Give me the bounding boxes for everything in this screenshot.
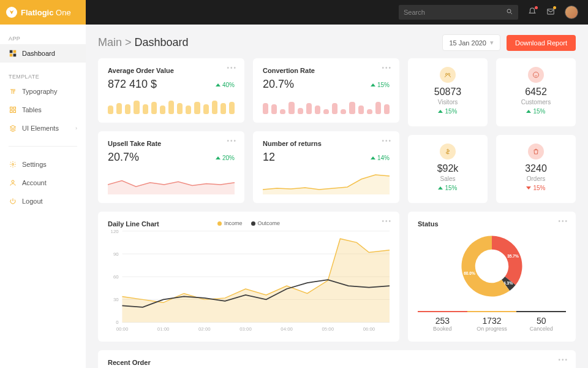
sidebar-item-label: UI Elements — [22, 125, 59, 132]
kpi-delta: 15% — [526, 185, 545, 191]
topbar: Flatlogic One — [0, 0, 588, 25]
sidebar-item-label: Typography — [22, 88, 57, 95]
svg-text:02:00: 02:00 — [198, 326, 211, 332]
svg-text:60: 60 — [113, 274, 119, 280]
sidebar-item-settings[interactable]: Settings — [0, 155, 86, 174]
status-col-booked: 253Booked — [418, 307, 467, 332]
recent-order-card: ••• Recent Order Invoices Customers Date… — [98, 350, 576, 368]
sidebar-item-label: Account — [22, 179, 47, 186]
metric-delta: 40% — [216, 82, 235, 88]
bag-icon — [528, 144, 544, 159]
svg-rect-5 — [10, 54, 13, 57]
svg-rect-10 — [13, 110, 16, 113]
mail-icon[interactable] — [546, 7, 555, 18]
svg-text:30: 30 — [113, 297, 119, 302]
sidebar-group-template: TEMPLATE — [0, 71, 86, 82]
kpi-sales: $92k Sales 15% — [408, 135, 488, 203]
kpi-label: Sales — [418, 175, 478, 182]
status-col-progress: 1732On progress — [467, 307, 517, 332]
metric-card-avg-order: ••• Average Order Value 872 410 $ 40% — [98, 58, 244, 123]
sidebar-item-typography[interactable]: Typography — [0, 82, 86, 101]
date-selector[interactable]: 15 Jan 2020 ▾ — [442, 34, 500, 51]
status-title: Status — [418, 220, 566, 228]
svg-rect-3 — [10, 50, 13, 53]
kpi-value: 50873 — [418, 86, 478, 98]
svg-text:35.7%: 35.7% — [507, 254, 519, 258]
sparkline — [263, 170, 390, 194]
visitors-icon — [440, 67, 456, 83]
kpi-label: Visitors — [418, 99, 478, 105]
sidebar-item-uielements[interactable]: UI Elements › — [0, 119, 86, 137]
search-box[interactable] — [399, 5, 518, 20]
sparkline — [108, 170, 235, 194]
svg-text:90: 90 — [113, 251, 119, 257]
metric-delta: 15% — [371, 82, 390, 88]
more-icon[interactable]: ••• — [227, 64, 237, 71]
sidebar-item-label: Dashboard — [22, 50, 55, 57]
status-card: ••• Status 35.7%4.3%60.0% 253Booked 1732… — [408, 212, 576, 342]
kpi-value: 6452 — [506, 86, 566, 98]
svg-text:01:00: 01:00 — [157, 326, 170, 332]
sidebar-item-logout[interactable]: Logout — [0, 192, 86, 210]
sidebar-item-label: Tables — [22, 106, 42, 113]
metric-card-returns: ••• Number of returns 12 14% — [253, 131, 399, 203]
search-icon[interactable] — [506, 8, 513, 17]
kpi-label: Orders — [506, 175, 566, 182]
metric-title: Average Order Value — [108, 67, 235, 74]
more-icon[interactable]: ••• — [227, 137, 237, 144]
dashboard-icon — [9, 49, 17, 58]
power-icon — [9, 197, 17, 205]
avatar[interactable] — [565, 6, 578, 19]
svg-text:04:00: 04:00 — [281, 326, 293, 332]
svg-point-14 — [448, 74, 450, 75]
svg-text:03:00: 03:00 — [239, 326, 252, 332]
metric-title: Convertion Rate — [263, 67, 390, 74]
sidebar-item-tables[interactable]: Tables — [0, 101, 86, 119]
svg-text:05:00: 05:00 — [322, 326, 334, 332]
svg-point-13 — [446, 74, 448, 75]
svg-point-15 — [533, 72, 539, 78]
brand-logo-icon — [6, 7, 17, 18]
bell-icon[interactable] — [528, 7, 537, 18]
kpi-label: Customers — [506, 99, 566, 105]
sidebar-item-label: Settings — [22, 161, 47, 168]
kpi-customers: 6452 Customers 15% — [496, 58, 576, 126]
svg-text:06:00: 06:00 — [363, 326, 375, 332]
svg-point-12 — [12, 180, 14, 183]
kpi-orders: 3240 Orders 15% — [496, 135, 576, 203]
daily-line-chart: 030609012000:0001:0002:0003:0004:0005:00… — [108, 230, 390, 333]
daily-line-chart-card: ••• Daily Line Chart Income Outcome 0306… — [98, 212, 399, 342]
svg-text:60.0%: 60.0% — [464, 271, 475, 275]
grid-icon — [9, 105, 17, 114]
svg-rect-4 — [13, 50, 17, 53]
main-header: Main > Dashboard 15 Jan 2020 ▾ Download … — [98, 34, 576, 51]
sidebar-group-app: APP — [0, 33, 86, 44]
brand-text: Flatlogic One — [21, 8, 71, 17]
more-icon[interactable]: ••• — [382, 218, 392, 224]
search-input[interactable] — [404, 9, 506, 16]
more-icon[interactable]: ••• — [382, 64, 392, 71]
sidebar: APP Dashboard TEMPLATE Typography Tables… — [0, 25, 86, 368]
dollar-icon — [440, 144, 456, 159]
recent-title: Recent Order — [108, 359, 566, 366]
status-summary: 253Booked 1732On progress 50Canceled — [418, 307, 566, 332]
main: Main > Dashboard 15 Jan 2020 ▾ Download … — [86, 25, 588, 368]
sidebar-item-account[interactable]: Account — [0, 174, 86, 192]
type-icon — [9, 87, 17, 96]
svg-line-1 — [511, 12, 513, 14]
svg-rect-6 — [13, 54, 17, 57]
kpi-value: $92k — [418, 163, 478, 174]
metric-card-upsell: ••• Upsell Take Rate 20.7% 20% — [98, 131, 244, 203]
more-icon[interactable]: ••• — [558, 356, 568, 363]
download-button[interactable]: Download Report — [507, 35, 576, 51]
svg-point-0 — [507, 9, 511, 13]
kpi-delta: 15% — [438, 108, 457, 115]
svg-text:00:00: 00:00 — [116, 326, 129, 332]
sidebar-item-dashboard[interactable]: Dashboard — [0, 44, 86, 63]
brand[interactable]: Flatlogic One — [0, 0, 86, 25]
layers-icon — [9, 124, 17, 132]
more-icon[interactable]: ••• — [558, 218, 568, 224]
metric-title: Upsell Take Rate — [108, 140, 235, 147]
kpi-visitors: 50873 Visitors 15% — [408, 58, 488, 126]
more-icon[interactable]: ••• — [382, 137, 392, 144]
